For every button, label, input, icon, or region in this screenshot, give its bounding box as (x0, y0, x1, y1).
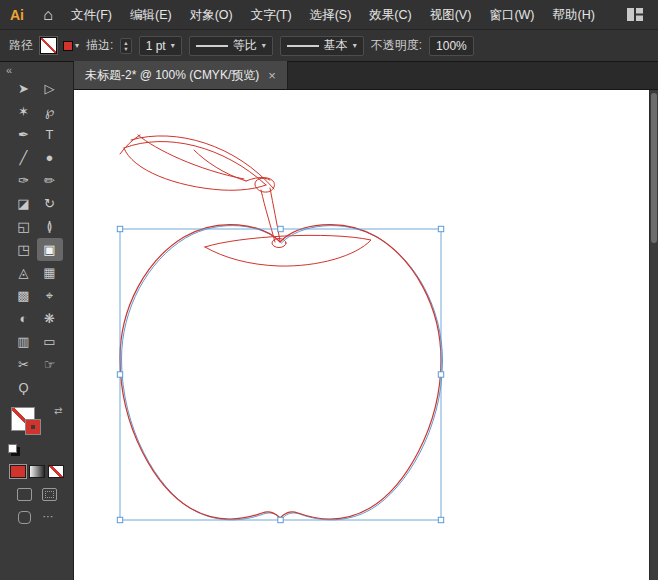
stepper-down-icon[interactable]: ▾ (124, 46, 127, 52)
chevron-down-icon: ▾ (75, 41, 79, 50)
draw-normal-button[interactable] (17, 488, 32, 501)
selection-handles[interactable] (117, 226, 443, 522)
ellipse-tool[interactable]: ● (37, 146, 63, 169)
eyedropper-tool[interactable]: ⌖ (37, 284, 63, 307)
selection-bounding-box[interactable] (120, 229, 441, 520)
pen-tool[interactable]: ✒ (11, 123, 37, 146)
stroke-color-swatch[interactable]: ▾ (64, 41, 79, 50)
rotate-tool[interactable]: ↻ (37, 192, 63, 215)
stroke-weight-dropdown[interactable]: 1 pt ▾ (139, 36, 182, 56)
swap-fill-stroke-icon[interactable]: ⇄ (54, 405, 62, 416)
scale-tool[interactable]: ◱ (11, 215, 37, 238)
menu-item-select[interactable]: 选择(S) (301, 0, 361, 30)
paintbrush-tool[interactable]: ✑ (11, 169, 37, 192)
type-tool[interactable]: T (37, 123, 63, 146)
menubar: Ai ⌂ 文件(F)编辑(E)对象(O)文字(T)选择(S)效果(C)视图(V)… (0, 0, 658, 30)
scrollbar-thumb[interactable] (651, 93, 657, 243)
tab-close-icon[interactable]: × (268, 68, 276, 83)
tool-list: ➤▷✶℘✒T╱●✑✏◪↻◱≬◳▣◬▦▩⌖◐❋▥▭✂☞Ϙ (11, 77, 63, 399)
document-tab-title: 未标题-2* @ 100% (CMYK/预览) (85, 67, 259, 84)
color-mode-buttons (10, 465, 64, 478)
column-graph-tool[interactable]: ▥ (11, 330, 37, 353)
brush-definition-value: 基本 (324, 37, 348, 54)
control-bar: 路径 ▾ 描边: ▴ ▾ 1 pt ▾ 等比 ▾ 基本 ▾ 不透明度: 100% (0, 30, 658, 62)
hand-tool[interactable]: ☞ (37, 353, 63, 376)
leaf-sketch[interactable] (120, 135, 274, 192)
symbol-sprayer-tool[interactable]: ❋ (37, 307, 63, 330)
stroke-weight-stepper[interactable]: ▴ ▾ (120, 38, 131, 54)
brush-definition-dropdown[interactable]: 基本 ▾ (280, 36, 364, 56)
tools-panel: « ➤▷✶℘✒T╱●✑✏◪↻◱≬◳▣◬▦▩⌖◐❋▥▭✂☞Ϙ ⇄ ⋯ (0, 62, 74, 580)
perspective-grid-tool[interactable]: ◬ (11, 261, 37, 284)
canvas-area[interactable] (74, 90, 658, 580)
menu-item-help[interactable]: 帮助(H) (544, 0, 604, 30)
stroke-color-box (64, 42, 72, 50)
zoom-tool[interactable]: Ϙ (11, 376, 37, 399)
opacity-value: 100% (436, 39, 467, 53)
pencil-tool[interactable]: ✏ (37, 169, 63, 192)
chevron-down-icon: ▾ (353, 41, 357, 50)
eraser-tool[interactable]: ◪ (11, 192, 37, 215)
home-icon[interactable]: ⌂ (34, 6, 62, 24)
width-profile-dropdown[interactable]: 等比 ▾ (189, 36, 273, 56)
apple-outline[interactable] (120, 225, 441, 519)
opacity-label: 不透明度: (371, 37, 422, 54)
menu-item-edit[interactable]: 编辑(E) (121, 0, 181, 30)
none-button[interactable] (48, 465, 64, 478)
menu-item-view[interactable]: 视图(V) (421, 0, 481, 30)
vertical-scrollbar[interactable] (649, 90, 658, 580)
apple-outline-selection (122, 226, 443, 520)
fill-stroke-indicator: ⇄ (8, 407, 66, 453)
workspace-switcher-icon[interactable] (620, 8, 650, 21)
brush-stroke-line-icon (287, 45, 319, 47)
color-button[interactable] (10, 465, 26, 478)
gradient-button[interactable] (29, 465, 45, 478)
apple-stem[interactable] (261, 188, 286, 248)
gradient-tool[interactable]: ▩ (11, 284, 37, 307)
opacity-dropdown[interactable]: 100% (429, 36, 474, 56)
document-tab-bar: 未标题-2* @ 100% (CMYK/预览) × (74, 62, 658, 90)
screen-mode-button[interactable] (18, 511, 31, 524)
workspace-grid-icon (627, 8, 643, 21)
slice-tool[interactable]: ✂ (11, 353, 37, 376)
stroke-weight-value: 1 pt (146, 39, 166, 53)
shape-builder-tool[interactable]: ▣ (37, 238, 63, 261)
chevron-down-icon: ▾ (171, 41, 175, 50)
menu-list: 文件(F)编辑(E)对象(O)文字(T)选择(S)效果(C)视图(V)窗口(W)… (62, 0, 604, 30)
selection-type-label: 路径 (9, 37, 33, 54)
menu-item-type[interactable]: 文字(T) (242, 0, 301, 30)
lasso-tool[interactable]: ℘ (37, 100, 63, 123)
app-logo-ai[interactable]: Ai (0, 7, 34, 23)
edit-toolbar-button[interactable]: ⋯ (41, 511, 56, 524)
menu-item-window[interactable]: 窗口(W) (480, 0, 543, 30)
drawing-mode-buttons (17, 488, 57, 501)
selection-tool[interactable]: ➤ (11, 77, 37, 100)
width-profile-value: 等比 (233, 37, 257, 54)
stroke-weight-label: 描边: (86, 37, 113, 54)
draw-inside-button[interactable] (42, 488, 57, 501)
menu-item-object[interactable]: 对象(O) (181, 0, 242, 30)
apple-top-hatch[interactable] (205, 235, 371, 266)
fill-none-swatch[interactable] (40, 37, 57, 54)
menu-item-file[interactable]: 文件(F) (62, 0, 121, 30)
free-transform-tool[interactable]: ◳ (11, 238, 37, 261)
mesh-tool[interactable]: ▦ (37, 261, 63, 284)
direct-selection-tool[interactable]: ▷ (37, 77, 63, 100)
artboard-tool[interactable]: ▭ (37, 330, 63, 353)
stroke-profile-line-icon (196, 45, 228, 47)
collapse-panel-icon[interactable]: « (0, 62, 18, 77)
default-fill-stroke-icon[interactable] (8, 444, 17, 453)
line-segment-tool[interactable]: ╱ (11, 146, 37, 169)
chevron-down-icon: ▾ (262, 41, 266, 50)
menu-item-effect[interactable]: 效果(C) (360, 0, 420, 30)
illustrator-window: Ai ⌂ 文件(F)编辑(E)对象(O)文字(T)选择(S)效果(C)视图(V)… (0, 0, 658, 580)
width-tool[interactable]: ≬ (37, 215, 63, 238)
bottom-mode-buttons: ⋯ (18, 511, 56, 524)
blend-tool[interactable]: ◐ (11, 307, 37, 330)
document-tab[interactable]: 未标题-2* @ 100% (CMYK/预览) × (74, 61, 288, 89)
artwork-apple-drawing[interactable] (74, 90, 649, 580)
stroke-indicator[interactable] (26, 420, 40, 434)
magic-wand-tool[interactable]: ✶ (11, 100, 37, 123)
stem-base-blob (272, 239, 286, 248)
